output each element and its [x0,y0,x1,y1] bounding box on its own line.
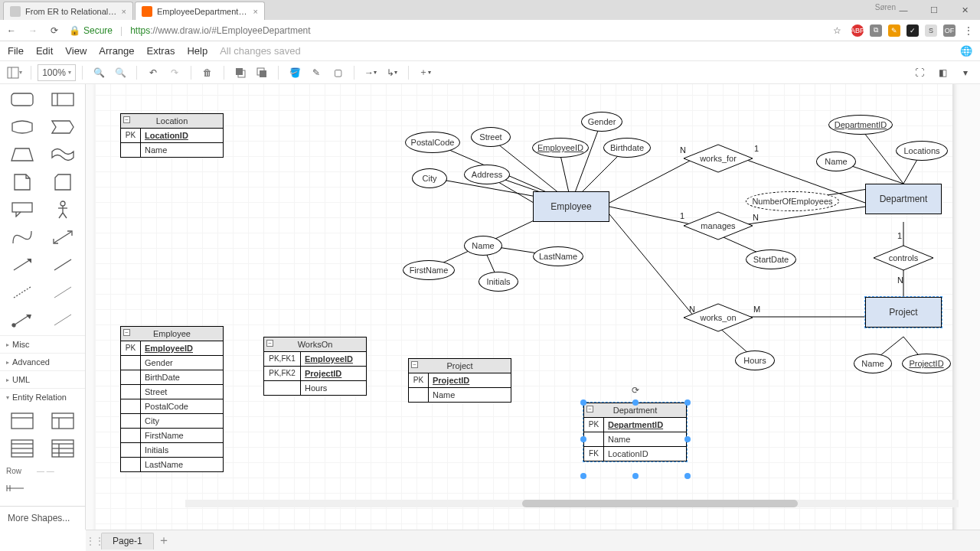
section-entity-relation[interactable]: ▾Entity Relation [0,388,85,406]
add-page-button[interactable]: ＋ [154,533,174,549]
shape-dashed[interactable] [5,282,40,303]
abp-icon[interactable]: ABP [851,24,864,37]
menu-view[interactable]: View [65,45,87,57]
shape-curve[interactable] [5,227,40,248]
shape-cylinder[interactable] [5,116,40,138]
shape-thin-line[interactable] [46,282,81,303]
address-bar[interactable]: https://www.draw.io/#LEmployeeDepartment [130,25,822,36]
entity-project[interactable]: Project [865,297,942,328]
diagram-canvas[interactable]: −Location PKLocationID Name −Employee PK… [86,84,980,530]
er-grid-shape[interactable] [46,438,81,459]
to-front-button[interactable] [230,63,250,83]
er-table-shape[interactable] [5,410,40,432]
resize-handle[interactable] [684,436,691,442]
undo-button[interactable]: ↶ [143,63,163,83]
page-tab[interactable]: Page-1 [101,533,154,549]
to-back-button[interactable] [252,63,272,83]
attr-locations[interactable]: Locations [896,141,948,161]
attr-birthdate[interactable]: Birthdate [603,138,651,158]
table-employee[interactable]: −Employee PKEmployeeID Gender BirthDate … [120,326,224,472]
rel-works-for[interactable]: works_for [683,144,753,173]
shape-container[interactable] [46,89,81,110]
resize-handle[interactable] [632,399,639,406]
close-window-button[interactable]: ✕ [949,0,980,20]
ext-icon[interactable]: OF [943,24,956,37]
shape-tape[interactable] [46,144,81,165]
attr-firstname[interactable]: FirstName [403,260,455,280]
attr-numberofemployees[interactable]: NumberOfEmployees [746,191,839,211]
security-indicator[interactable]: 🔒 Secure [69,25,113,36]
attr-postalcode[interactable]: PostalCode [405,132,460,153]
resize-handle[interactable] [684,399,691,406]
attr-city[interactable]: City [412,168,447,188]
ext-icon[interactable]: ✓ [906,24,919,37]
menu-arrange[interactable]: Arrange [99,45,134,57]
shape-step[interactable] [46,116,81,138]
shape-trapezoid[interactable] [5,144,40,165]
table-location[interactable]: −Location PKLocationID Name [120,113,224,158]
shape-plain-line[interactable] [46,309,81,331]
attr-address[interactable]: Address [464,165,510,184]
bookmark-star-icon[interactable]: ☆ [830,24,844,37]
zoom-out-button[interactable]: 🔍 [110,63,130,83]
delete-button[interactable]: 🗑 [198,63,217,83]
shape-card[interactable] [46,171,81,193]
attr-name-emp[interactable]: Name [464,236,502,256]
rotate-handle-icon[interactable]: ⟳ [630,385,641,396]
menu-extras[interactable]: Extras [147,45,175,57]
horizontal-scrollbar[interactable] [185,500,959,507]
ext-icon[interactable]: ⧉ [870,24,882,37]
line-color-button[interactable]: ✎ [306,63,326,83]
collapse-button[interactable]: ▾ [956,63,975,83]
resize-handle[interactable] [632,473,639,479]
ext-icon[interactable]: ✎ [888,24,900,37]
close-tab-icon[interactable]: × [253,7,258,16]
attr-departmentid[interactable]: DepartmentID [828,115,893,135]
attr-street[interactable]: Street [471,127,511,147]
connection-style-button[interactable]: →▾ [361,63,381,83]
shape-arrow[interactable] [5,254,40,276]
minimize-button[interactable]: — [888,0,919,20]
browser-tab-active[interactable]: EmployeeDepartment - c… × [135,2,265,20]
attr-employeeid[interactable]: EmployeeID [532,138,589,158]
attr-startdate[interactable]: StartDate [746,249,796,269]
back-button[interactable]: ← [5,24,18,37]
format-panel-button[interactable]: ◧ [933,63,952,83]
zoom-in-button[interactable]: 🔍 [89,63,109,83]
language-icon[interactable]: 🌐 [960,45,972,57]
shape-bidir-arrow[interactable] [46,227,81,248]
section-misc[interactable]: ▸Misc [0,335,85,353]
shadow-button[interactable]: ▢ [328,63,348,83]
section-uml[interactable]: ▸UML [0,370,85,388]
attr-initials[interactable]: Initials [479,272,518,292]
fullscreen-button[interactable]: ⛶ [910,63,929,83]
shape-actor[interactable] [46,199,81,220]
browser-tab[interactable]: From ER to Relational M… × [3,2,133,20]
zoom-select[interactable]: 100%▾ [38,64,76,81]
outline-handle-icon[interactable]: ⋮⋮ [86,536,101,546]
attr-hours[interactable]: Hours [735,350,775,370]
close-tab-icon[interactable]: × [122,7,126,16]
rel-manages[interactable]: manages [683,211,753,240]
er-list-shape[interactable] [5,438,40,459]
shape-note[interactable] [5,171,40,193]
menu-edit[interactable]: Edit [36,45,53,57]
table-workson[interactable]: −WorksOn PK,FK1EmployeeID PK,FK2ProjectI… [263,337,367,396]
redo-button[interactable]: ↷ [165,63,185,83]
attr-projectid[interactable]: ProjectID [902,354,951,373]
rel-controls[interactable]: controls [873,245,934,271]
shape-callout[interactable] [5,199,40,220]
entity-employee[interactable]: Employee [533,191,609,222]
menu-file[interactable]: File [8,45,24,57]
attr-name-dept[interactable]: Name [816,152,856,171]
table-project[interactable]: −Project PKProjectID Name [408,358,511,403]
resize-handle[interactable] [580,473,586,479]
resize-handle[interactable] [684,473,691,479]
reload-button[interactable]: ⟳ [47,24,61,37]
shape-conn-arrow[interactable] [5,309,40,331]
table-department-selected[interactable]: −Department PKDepartmentID Name FKLocati… [583,403,687,461]
fill-color-button[interactable]: 🪣 [285,63,305,83]
shape-line[interactable] [46,254,81,276]
maximize-button[interactable]: ☐ [919,0,949,20]
row-label[interactable]: Row [6,467,21,475]
